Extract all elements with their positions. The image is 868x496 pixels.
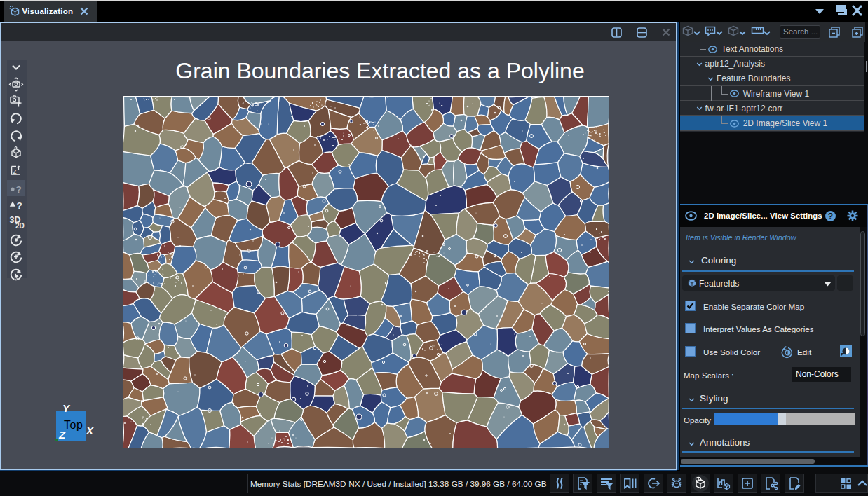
svg-text:?: ? bbox=[16, 184, 22, 195]
svg-text:2D: 2D bbox=[15, 222, 25, 230]
svg-text:?: ? bbox=[17, 200, 22, 211]
svg-text:z: z bbox=[13, 167, 17, 175]
